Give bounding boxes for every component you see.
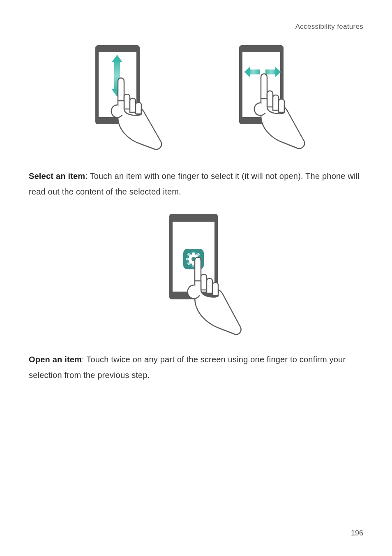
paragraph-open-item: Open an item: Touch twice on any part of… bbox=[29, 352, 363, 383]
section-header: Accessibility features bbox=[29, 23, 363, 31]
swipe-horizontal-illustration bbox=[227, 43, 309, 152]
page-number: 196 bbox=[351, 529, 363, 537]
swipe-vertical-illustration bbox=[83, 43, 165, 152]
select-item-label: Select an item bbox=[29, 171, 85, 181]
document-page: Accessibility features bbox=[0, 0, 392, 556]
paragraph-select-item: Select an item: Touch an item with one f… bbox=[29, 168, 363, 199]
open-item-label: Open an item bbox=[29, 355, 82, 364]
figure-tap-select bbox=[29, 212, 363, 335]
figure-row-swipes bbox=[29, 43, 363, 152]
svg-rect-9 bbox=[265, 70, 277, 74]
